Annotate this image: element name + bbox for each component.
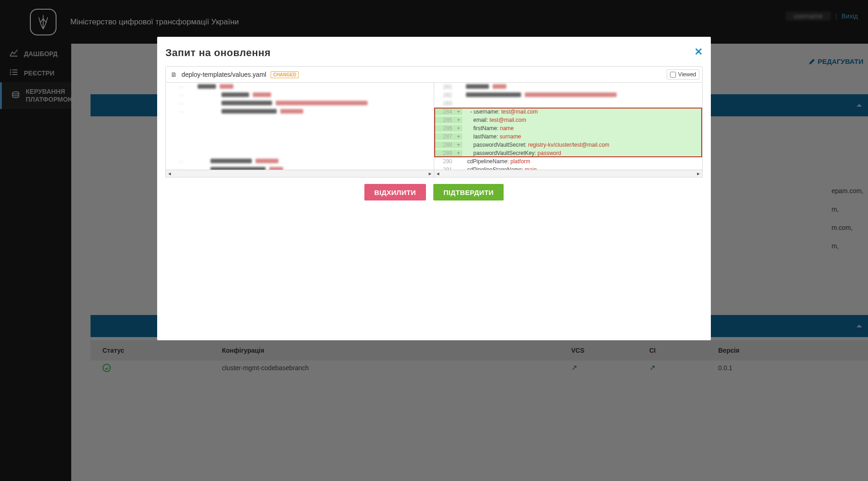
file-icon: 🗎 [170,71,177,78]
diff-panel: ··· ··· ··· ··· ··· ··· ··· 281 282 283 [165,83,703,170]
reject-button[interactable]: ВІДХИЛИТИ [364,184,426,200]
scroll-left-icon[interactable]: ◄ [166,171,173,176]
changed-badge: CHANGED [271,71,299,78]
code-line: passwordVaultSecretKey: password [462,150,561,156]
scroll-left-icon[interactable]: ◄ [434,171,442,176]
modal-overlay[interactable]: Запит на оновлення ✕ 🗎 deploy-templates/… [0,0,868,481]
code-line: lastName: surname [462,133,521,140]
file-name: deploy-templates/values.yaml [182,71,266,78]
code-line: cdPipelineName: platform [462,158,530,165]
confirm-button[interactable]: ПІДТВЕРДИТИ [433,184,504,200]
diff-new: 281 282 283 284+ - username: test@mail.c… [434,83,702,170]
file-header: 🗎 deploy-templates/values.yaml CHANGED V… [165,66,703,83]
code-line: cdPipelineStageName: main [462,166,537,170]
horizontal-scrollbar-right[interactable]: ◄ ► [434,170,703,178]
code-line: passwordVaultSecret: registry-kv/cluster… [462,142,609,148]
close-button[interactable]: ✕ [694,47,703,57]
scroll-right-icon[interactable]: ► [695,171,702,176]
modal-dialog: Запит на оновлення ✕ 🗎 deploy-templates/… [157,37,711,340]
modal-title: Запит на оновлення [165,47,703,59]
code-line: email: test@mail.com [462,117,526,123]
horizontal-scrollbar-left[interactable]: ◄ ► [165,170,434,178]
viewed-checkbox[interactable]: Viewed [667,69,699,80]
code-line: - username: test@mail.com [462,109,538,115]
diff-old: ··· ··· ··· ··· ··· ··· ··· [166,83,434,170]
code-line: firstName: name [462,125,514,132]
scroll-right-icon[interactable]: ► [426,171,434,176]
scroll-row: ◄ ► ◄ ► [165,170,703,178]
